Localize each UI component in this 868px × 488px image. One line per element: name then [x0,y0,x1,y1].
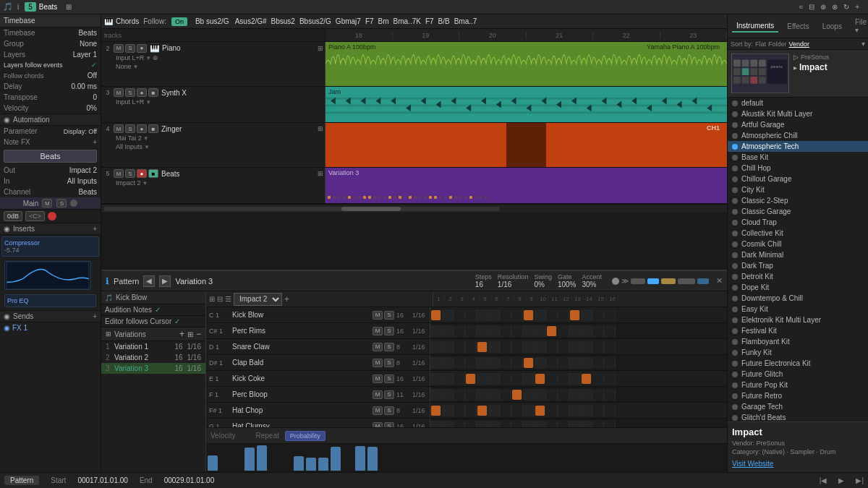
cell-3-10[interactable] [546,357,558,369]
cell-0-11[interactable] [558,309,569,321]
chord-6[interactable]: Bm [378,17,389,25]
instrument-selector[interactable]: Impact 2 [234,293,282,306]
cell-2-0[interactable] [430,341,442,353]
cell-0-9[interactable] [535,309,546,321]
cell-0-5[interactable] [488,309,500,321]
row-m-7[interactable]: M [373,422,383,428]
cursor-check[interactable]: ✓ [174,317,180,325]
cell-5-13[interactable] [581,389,592,401]
instrument-item-24[interactable]: Future Electronica Kit [728,358,868,369]
transport-icon-2[interactable]: ▶ [838,476,844,484]
chord-4[interactable]: Gbmaj7 [336,17,361,25]
pattern-knob-5[interactable] [697,278,709,284]
cell-4-8[interactable] [523,373,535,385]
track-content-synth[interactable]: Jam [326,87,727,122]
cell-1-5[interactable] [488,325,500,337]
cell-3-9[interactable] [535,357,546,369]
cell-5-14[interactable] [592,389,604,401]
sort-vendor-btn[interactable]: Vendor [789,40,810,48]
toolbar-icon-5[interactable]: ↻ [843,3,849,11]
cell-5-3[interactable] [465,389,477,401]
cell-4-3[interactable] [466,374,476,384]
instrument-add-icon[interactable]: + [284,294,289,304]
cell-6-12[interactable] [569,405,581,416]
cell-7-4[interactable] [477,421,488,428]
chord-10[interactable]: Bma..7 [454,17,477,25]
zinger-s-btn[interactable]: S [125,124,135,133]
cell-1-9[interactable] [535,325,546,337]
synth-input-arrow[interactable]: ▼ [145,99,151,106]
cell-6-8[interactable] [523,405,535,416]
row-s-7[interactable]: S [384,422,394,428]
instrument-item-20[interactable]: Elektronik Kit Multi Layer [728,314,868,325]
transport-icon-1[interactable]: |◀ [820,476,827,484]
cell-7-12[interactable] [569,421,581,428]
row-s-2[interactable]: S [384,343,394,351]
cell-3-4[interactable] [477,357,488,369]
toolbar-icon-3[interactable]: ⊕ [820,3,826,11]
beats-tab[interactable]: Beats [39,3,58,11]
tab-loops[interactable]: Loops [818,21,846,32]
toolbar-icon-2[interactable]: ⊟ [809,3,814,11]
db-knob[interactable]: 0dB [4,211,22,221]
cell-7-9[interactable] [535,421,546,428]
cell-1-1[interactable] [442,325,454,337]
transport-icon-3[interactable]: ▶| [856,476,864,484]
beats-input-arrow[interactable]: ▼ [142,180,148,187]
row-s-6[interactable]: S [384,406,394,415]
cell-3-14[interactable] [592,357,604,369]
synth-mute-btn[interactable]: ■ [148,88,158,97]
instrument-item-12[interactable]: Collective Kit [728,228,868,239]
compressor-box[interactable]: Compressor -5.74 [1,236,99,257]
cell-3-12[interactable] [569,357,581,369]
row-m-2[interactable]: M [373,343,383,351]
instrument-item-28[interactable]: Garage Tech [728,401,868,412]
resolution-value[interactable]: 1/16 [498,281,529,288]
cell-2-12[interactable] [569,341,581,353]
menu-i[interactable]: i [17,3,19,11]
probability-btn[interactable]: Probability [285,431,326,441]
cell-7-7[interactable] [511,421,523,428]
piano-rec-btn[interactable]: ● [137,44,147,53]
track-content-zinger[interactable]: CH1 [326,123,727,167]
toolbar-icon-4[interactable]: ⊗ [832,3,838,11]
cell-6-1[interactable] [442,405,454,416]
visit-website-link[interactable]: Visit Website [732,460,864,468]
instrument-item-7[interactable]: Chillout Garage [728,174,868,184]
variation-item-2[interactable]: 2 Variation 2 16 1/16 [101,352,205,363]
close-pattern-btn[interactable]: ✕ [716,276,723,286]
cell-5-0[interactable] [430,389,442,401]
toolbar-icon-6[interactable]: + [855,3,859,11]
zinger-rec-btn[interactable]: ● [137,124,147,133]
cell-6-15[interactable] [604,405,616,416]
cell-2-2[interactable] [454,341,465,353]
row-s-3[interactable]: S [384,359,394,367]
pattern-knob-3[interactable] [661,278,676,284]
cell-3-8[interactable] [524,358,534,368]
note-fx-add[interactable]: + [93,138,97,146]
cell-6-14[interactable] [592,405,604,416]
cell-0-14[interactable] [592,309,604,321]
copy-variation-btn[interactable]: ⊞ [187,330,193,338]
cell-2-6[interactable] [500,341,511,353]
zinger-io2-arrow[interactable]: ▼ [144,144,150,150]
cell-7-2[interactable] [454,421,465,428]
cell-4-0[interactable] [430,373,442,385]
cell-0-6[interactable] [500,309,511,321]
cell-7-0[interactable] [430,421,442,428]
cell-5-12[interactable] [569,389,581,401]
cell-4-15[interactable] [604,373,616,385]
cell-3-15[interactable] [604,357,616,369]
instrument-item-2[interactable]: Artful Garage [728,119,868,130]
instrument-item-21[interactable]: Festival Kit [728,325,868,336]
expand-btn[interactable]: ≫ [621,277,629,285]
cell-0-10[interactable] [546,309,558,321]
cell-2-13[interactable] [581,341,592,353]
cell-6-7[interactable] [511,405,523,416]
cell-3-2[interactable] [454,357,465,369]
row-m-1[interactable]: M [373,327,383,335]
vel-bar-13[interactable] [367,447,378,471]
cell-4-2[interactable] [454,373,465,385]
cell-4-11[interactable] [558,373,569,385]
instrument-item-15[interactable]: Dark Trap [728,260,868,271]
